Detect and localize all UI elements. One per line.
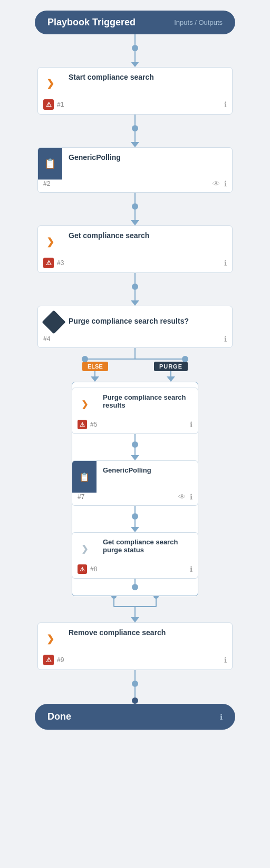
playbook-title: Playbook Triggered [47,17,136,28]
alert-icon-8: ⚠ [78,564,87,574]
alert-icon-1: ⚠ [43,99,54,110]
svg-point-6 [153,596,159,599]
connector-2 [131,115,139,147]
eye-icon-2[interactable]: 👁 [213,180,220,188]
alert-icon-5: ⚠ [78,420,87,429]
purge-badge: PURGE [154,362,188,371]
info-icon-4[interactable]: ℹ [224,335,227,343]
node-generic-polling-1[interactable]: 📋 GenericPolling #2 👁 ℹ [37,147,233,193]
branch-labels: ELSE PURGE [82,362,188,382]
node4-title: Purge compliance search results? [69,317,189,325]
chevron-icon-8: ❯ [81,544,88,554]
node-get-purge-status[interactable]: ❯ Get compliance search purge status ⚠ #… [72,532,198,579]
node8-icon-strip: ❯ [72,533,97,564]
node-purge-question[interactable]: Purge compliance search results? #4 ℹ [37,306,233,348]
chevron-icon-5: ❯ [81,399,88,409]
alert-icon-3: ⚠ [43,258,54,268]
sub-connector-2 [131,506,139,532]
node-remove-compliance[interactable]: ❯ Remove compliance search ⚠ #9 ℹ [37,622,233,670]
connector-1 [131,34,139,67]
else-branch-box: ❯ Purge compliance search results ⚠ #5 ℹ [72,382,198,596]
eye-icon-7[interactable]: 👁 [178,493,186,501]
connector-done [132,670,138,704]
purge-arrow [167,376,175,382]
svg-point-5 [111,596,117,599]
node9-icon-strip: ❯ [38,623,62,655]
chevron-icon: ❯ [46,78,54,89]
chevron-icon-3: ❯ [46,236,54,248]
node1-title: Start compliance search [69,73,226,81]
playbook-header: Playbook Triggered Inputs / Outputs [35,11,235,34]
node1-num: ⚠ #1 [43,99,64,110]
inputs-outputs-link[interactable]: Inputs / Outputs [174,18,223,26]
node5-icon-strip: ❯ [72,388,97,420]
node3-icon-strip: ❯ [38,226,62,258]
branch-h-line [82,358,188,360]
info-icon-8[interactable]: ℹ [190,565,192,573]
node7-num: #7 [78,493,84,501]
connector-4 [131,273,139,306]
sub-connector-1 [131,434,139,460]
node5-num: ⚠ #5 [78,420,97,429]
branch-area: ELSE PURGE ❯ [37,348,233,622]
branch-dot-left [82,356,88,362]
node-start-compliance[interactable]: ❯ Start compliance search ⚠ #1 ℹ [37,67,233,115]
else-badge: ELSE [82,362,108,371]
node-purge-results[interactable]: ❯ Purge compliance search results ⚠ #5 ℹ [72,388,198,434]
node5-title: Purge compliance search results [103,393,191,409]
node8-title: Get compliance search purge status [103,538,191,554]
node7-title: GenericPolling [103,466,191,474]
node2-icon-strip: 📋 [38,148,62,180]
info-icon-7[interactable]: ℹ [190,493,192,501]
node1-icon-strip: ❯ [38,68,62,99]
node2-num: #2 [43,180,50,187]
else-v-line [94,371,95,376]
chevron-icon-9: ❯ [46,633,54,645]
branch-v-top [134,348,136,358]
info-icon-5[interactable]: ℹ [190,420,192,429]
done-node: Done ℹ [35,704,235,730]
node8-num: ⚠ #8 [78,564,97,574]
merge-svg [82,596,188,617]
node3-title: Get compliance search [69,231,226,240]
node3-num: ⚠ #3 [43,258,64,268]
node-generic-polling-2[interactable]: 📋 GenericPolling #7 👁 ℹ [72,460,198,506]
node2-title: GenericPolling [69,153,226,162]
sub-connector-3 [132,579,138,590]
purge-v-line [170,371,171,376]
merge-area [82,596,188,617]
node-get-compliance[interactable]: ❯ Get compliance search ⚠ #3 ℹ [37,225,233,273]
info-icon-2[interactable]: ℹ [224,180,227,188]
doc-icon-7: 📋 [79,472,90,482]
alert-icon-9: ⚠ [43,655,54,665]
branch-sub-container: ❯ Purge compliance search results ⚠ #5 ℹ [72,382,198,596]
done-title: Done [47,711,71,722]
node9-num: ⚠ #9 [43,655,64,665]
info-icon-3[interactable]: ℹ [224,259,227,267]
else-arrow [91,376,99,382]
info-icon-9[interactable]: ℹ [224,656,227,664]
branch-dot-right [182,356,188,362]
node9-title: Remove compliance search [69,628,226,637]
done-info-icon[interactable]: ℹ [220,713,223,721]
info-icon-1[interactable]: ℹ [224,100,227,109]
diamond-icon [42,310,65,334]
doc-icon-1: 📋 [44,158,56,169]
node7-icon-strip: 📋 [72,461,97,493]
node4-num: #4 [43,335,50,343]
connector-3 [131,193,139,225]
merge-arrow [131,617,139,622]
